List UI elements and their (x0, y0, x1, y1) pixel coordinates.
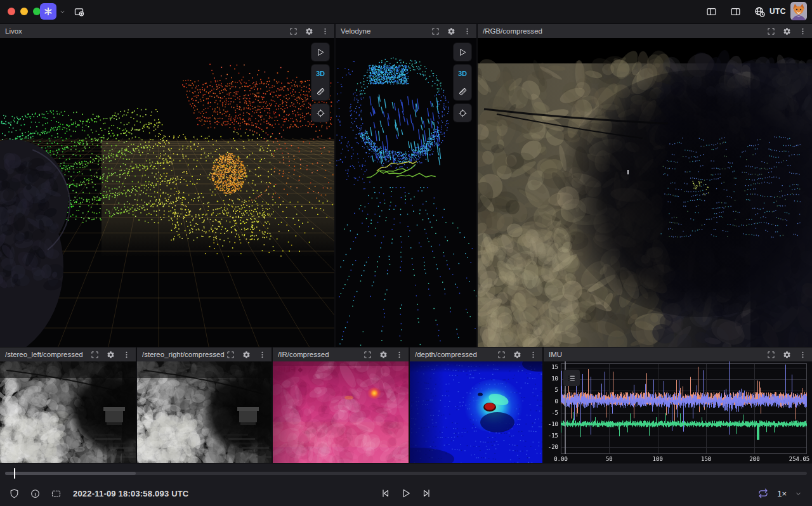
skip-back-icon (379, 488, 391, 499)
panel-title: /stereo_right/compressed (142, 351, 226, 358)
timeline-playhead[interactable] (14, 468, 15, 479)
panel-header[interactable]: Velodyne (336, 24, 476, 38)
timezone-label: UTC (769, 7, 786, 16)
globe-clock-icon (754, 6, 766, 18)
timezone-display-button[interactable]: UTC (754, 4, 786, 19)
ir-camera-image[interactable] (273, 361, 409, 463)
right-sidebar-toggle-button[interactable] (728, 4, 743, 19)
data-source-info-button[interactable] (27, 486, 43, 501)
panel-title: /stereo_left/compressed (5, 351, 90, 358)
more-options-button[interactable] (122, 350, 131, 359)
rgb-camera-image[interactable] (478, 38, 812, 347)
stereo-left-image[interactable] (0, 361, 136, 463)
settings-button[interactable] (242, 350, 251, 359)
dashed-box-icon (51, 488, 62, 499)
panel-stereo-right: /stereo_right/compressed (137, 347, 272, 463)
settings-button[interactable] (304, 27, 313, 36)
play-icon (400, 488, 412, 499)
panel-header[interactable]: /depth/compressed (410, 347, 542, 361)
shield-icon (9, 488, 20, 499)
panel-header[interactable]: /stereo_left/compressed (0, 347, 136, 361)
more-options-button[interactable] (798, 350, 807, 359)
info-icon (30, 488, 41, 499)
fullscreen-button[interactable] (497, 350, 506, 359)
panel-ir: /IR/compressed ◆ FLIR (273, 347, 409, 463)
settings-button[interactable] (106, 350, 115, 359)
fullscreen-button[interactable] (90, 350, 99, 359)
imu-plot[interactable] (544, 361, 812, 463)
left-sidebar-toggle-button[interactable] (704, 4, 719, 19)
user-avatar-button[interactable] (790, 2, 807, 20)
3d-view-toggle-button[interactable]: 3D (454, 65, 471, 82)
more-options-button[interactable] (462, 27, 471, 36)
panel-velodyne: Velodyne 3D (336, 24, 476, 347)
more-options-button[interactable] (395, 350, 403, 359)
focus-camera-button[interactable] (454, 104, 471, 122)
panel-imu: IMU (544, 347, 812, 463)
settings-button[interactable] (379, 350, 388, 359)
window-titlebar: UTC (0, 0, 812, 23)
fullscreen-button[interactable] (431, 27, 440, 36)
pointer-tool-button[interactable] (454, 43, 471, 61)
panel-header[interactable]: /stereo_right/compressed (137, 347, 272, 361)
panel-header[interactable]: /IR/compressed (273, 347, 409, 361)
shield-button[interactable] (6, 486, 22, 501)
playback-info-group: 2022-11-09 18:03:58.093 UTC (6, 486, 188, 501)
more-options-button[interactable] (528, 350, 537, 359)
panel-header[interactable]: IMU (544, 347, 812, 361)
time-range-button[interactable] (48, 486, 63, 501)
play-button[interactable] (398, 486, 414, 501)
seek-backward-button[interactable] (377, 486, 393, 501)
chevron-down-icon (794, 490, 802, 498)
stereo-right-image[interactable] (137, 361, 272, 463)
panel-title: IMU (549, 351, 766, 358)
playback-bar: 2022-11-09 18:03:58.093 UTC 1× (0, 464, 812, 506)
focus-camera-button[interactable] (311, 104, 329, 122)
livox-3d-viewport[interactable] (0, 38, 334, 347)
loop-playback-button[interactable] (756, 486, 771, 501)
panel-livox: Livox 3D (0, 24, 334, 347)
settings-button[interactable] (782, 27, 791, 36)
timeline-loaded-range (5, 472, 136, 475)
more-options-button[interactable] (320, 27, 329, 36)
measure-tool-button[interactable] (454, 82, 471, 100)
fox-avatar-image (790, 2, 807, 20)
settings-button[interactable] (782, 350, 791, 359)
playback-speed-group: 1× (756, 486, 803, 501)
playback-controls-group (377, 486, 435, 501)
close-window-button[interactable] (8, 8, 15, 15)
fullscreen-button[interactable] (766, 27, 775, 36)
chevron-down-icon (59, 8, 66, 15)
right-sidebar-icon (730, 6, 741, 17)
depth-camera-image[interactable] (410, 361, 542, 463)
more-options-button[interactable] (258, 350, 266, 359)
measure-tool-button[interactable] (311, 82, 329, 100)
more-options-button[interactable] (798, 27, 807, 36)
left-sidebar-icon (706, 6, 717, 17)
skip-forward-icon (421, 488, 433, 499)
timeline-scrubber[interactable] (5, 472, 807, 475)
playback-speed-value: 1× (777, 489, 787, 498)
minimize-window-button[interactable] (20, 8, 28, 15)
fullscreen-button[interactable] (363, 350, 372, 359)
settings-button[interactable] (513, 350, 521, 359)
app-menu-button[interactable] (40, 3, 66, 20)
pointer-tool-button[interactable] (311, 43, 329, 61)
speed-dropdown-button[interactable] (793, 486, 803, 501)
plot-legend-toggle-button[interactable] (563, 370, 580, 386)
fullscreen-button[interactable] (289, 27, 298, 36)
settings-button[interactable] (447, 27, 455, 36)
panel-header[interactable]: /RGB/compressed (478, 24, 812, 38)
flir-logo-icon: ◆ (297, 366, 303, 373)
fullscreen-button[interactable] (766, 350, 775, 359)
fullscreen-button[interactable] (226, 350, 235, 359)
flir-watermark: ◆ FLIR (277, 365, 303, 373)
panel-header[interactable]: Livox (0, 24, 334, 38)
viewport-tool-rail: 3D (311, 43, 329, 122)
add-panel-icon (74, 6, 84, 17)
3d-view-toggle-button[interactable]: 3D (311, 65, 329, 82)
add-panel-button[interactable] (71, 4, 86, 19)
seek-forward-button[interactable] (419, 486, 435, 501)
panel-stereo-left: /stereo_left/compressed (0, 347, 136, 463)
viewport-tool-rail: 3D (454, 43, 471, 122)
